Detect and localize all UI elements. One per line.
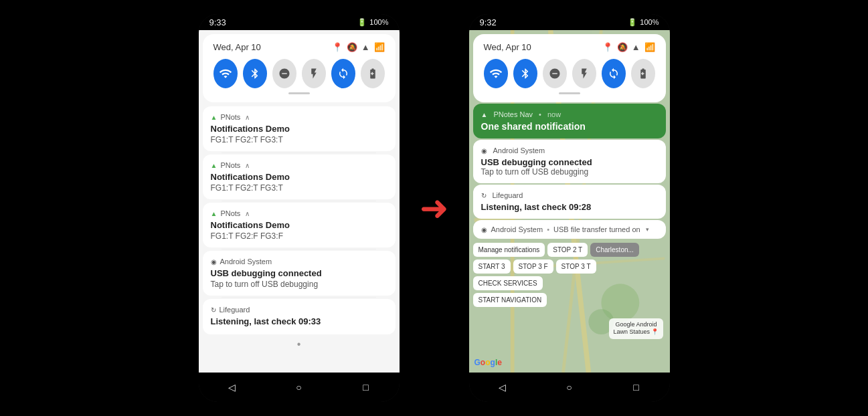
notif-header-usb: ◉ Android System: [211, 257, 387, 266]
chevron-3: ∧: [245, 210, 250, 217]
left-date: Wed, Apr 10: [213, 42, 261, 52]
map-buttons-row0: Manage notifications STOP 2 T Charleston…: [473, 243, 666, 257]
android-system-app-right: Android System: [493, 146, 545, 154]
r-signal-icon: 📶: [644, 42, 655, 52]
right-battery-pct: 100%: [640, 18, 659, 26]
lifeguard-icon-right: ↻: [481, 192, 487, 199]
flashlight-tile[interactable]: [302, 59, 326, 88]
android-icon-left: ◉: [211, 258, 217, 266]
notif-card-3[interactable]: ▲ PNots ∧ Notifications Demo FG1:T FG2:F…: [203, 203, 396, 247]
notif-header-3: ▲ PNots ∧: [211, 209, 387, 217]
notif-header-lifeguard-left: ↻ Lifeguard: [211, 306, 387, 314]
stop-3-f-btn[interactable]: STOP 3 F: [513, 259, 553, 274]
android-footer-icon: ◉: [481, 226, 487, 233]
r-mute-icon: 🔕: [617, 42, 628, 52]
right-nav-bar: ◁ ○ □: [469, 373, 670, 402]
notif-app-3: PNots: [220, 209, 240, 217]
left-time: 9:33: [209, 17, 226, 27]
android-icon-right: ◉: [481, 147, 487, 154]
lifeguard-header-right: ↻ Lifeguard: [481, 191, 658, 199]
notif-title-3: Notifications Demo: [211, 220, 387, 230]
wifi-status-icon: ▲: [361, 42, 370, 52]
start-3-btn[interactable]: START 3: [473, 259, 511, 274]
handle-bar-right: [559, 92, 580, 94]
r-wifi-tile[interactable]: [484, 59, 508, 88]
android-system-notif-right[interactable]: ◉ Android System USB debugging connected…: [473, 140, 666, 183]
notif-app-1: PNots: [220, 113, 240, 121]
dropdown-chevron[interactable]: ▾: [646, 226, 649, 233]
divider-4: [222, 297, 375, 298]
battery-saver-tile[interactable]: [361, 59, 385, 88]
left-battery-pct: 100%: [369, 18, 388, 26]
pnotes-nav-icon: ▲: [481, 111, 488, 118]
map-buttons-row2: CHECK SERVICES: [473, 276, 666, 290]
notif-card-usb[interactable]: ◉ Android System USB debugging connected…: [203, 251, 396, 296]
notif-body-2: FG1:T FG2:T FG3:T: [211, 183, 387, 193]
pnots-icon-3: ▲: [211, 210, 218, 217]
lifeguard-notif-right[interactable]: ↻ Lifeguard Listening, last check 09:28: [473, 185, 666, 219]
r-flashlight-tile[interactable]: [572, 59, 596, 88]
stop-3-t-btn[interactable]: STOP 3 T: [556, 259, 596, 274]
right-date-icons: 📍 🔕 ▲ 📶: [602, 42, 655, 52]
right-arrow-icon: ➜: [420, 191, 449, 225]
pnots-icon-1: ▲: [211, 114, 218, 121]
more-dot: •: [203, 336, 396, 353]
location-icon: 📍: [332, 42, 343, 52]
notif-card-1[interactable]: ▲ PNots ∧ Notifications Demo FG1:T FG2:T…: [203, 106, 396, 151]
home-button-right[interactable]: ○: [559, 377, 580, 398]
map-buttons-row3: START NAVIGATION: [473, 293, 666, 307]
check-services-btn[interactable]: CHECK SERVICES: [473, 276, 543, 290]
lifeguard-title-right: Listening, last check 09:28: [481, 202, 658, 212]
notif-header-2: ▲ PNots ∧: [211, 161, 387, 169]
right-status-bar: 9:32 🔋 100%: [469, 14, 670, 30]
notif-body-3: FG1:T FG2:F FG3:F: [211, 231, 387, 241]
right-content-area: Google Google AndroidLawn Statues 📍 Wed,…: [469, 30, 670, 373]
manage-notifications-btn[interactable]: Manage notifications: [473, 243, 545, 257]
left-battery-icon: 🔋: [357, 18, 367, 27]
r-sync-tile[interactable]: [602, 59, 626, 88]
notif-header-1: ▲ PNots ∧: [211, 113, 387, 121]
pnotes-nav-app: PNotes Nav: [493, 110, 533, 118]
right-status-icons: 🔋 100%: [628, 18, 659, 27]
android-footer-app: Android System: [491, 225, 543, 233]
google-logo: Google: [474, 358, 502, 367]
left-status-bar: 9:33 🔋 100%: [199, 14, 400, 30]
usb-file-transfer-footer[interactable]: ◉ Android System • USB file transfer tur…: [473, 220, 666, 239]
notif-app-usb: Android System: [220, 257, 272, 266]
map-buttons-row1: START 3 STOP 3 F STOP 3 T: [473, 259, 666, 274]
home-button-left[interactable]: ○: [288, 377, 310, 398]
bluetooth-tile[interactable]: [243, 59, 267, 88]
usb-file-transfer-text: USB file transfer turned on: [553, 225, 640, 233]
right-quick-tiles: [484, 59, 655, 88]
r-dnd-tile[interactable]: [543, 59, 567, 88]
start-navigation-btn[interactable]: START NAVIGATION: [473, 293, 547, 307]
right-notification-overlay: Wed, Apr 10 📍 🔕 ▲ 📶: [469, 30, 670, 307]
notif-body-usb: Tap to turn off USB debugging: [211, 280, 387, 289]
wifi-tile[interactable]: [213, 59, 238, 88]
right-battery-icon: 🔋: [628, 18, 637, 27]
recents-button-left[interactable]: □: [355, 377, 377, 398]
r-bluetooth-tile[interactable]: [513, 59, 537, 88]
stop-2-t-btn[interactable]: STOP 2 T: [547, 243, 588, 257]
dnd-tile[interactable]: [272, 59, 296, 88]
r-battery-saver-tile[interactable]: [631, 59, 655, 88]
notif-card-lifeguard-left[interactable]: ↻ Lifeguard Listening, last check 09:33: [203, 299, 396, 334]
lifeguard-icon-left: ↻: [211, 306, 216, 314]
back-button-left[interactable]: ◁: [222, 377, 243, 398]
notif-title-usb: USB debugging connected: [211, 268, 387, 278]
r-wifi-icon: ▲: [632, 42, 640, 52]
left-quick-settings: Wed, Apr 10 📍 🔕 ▲ 📶: [203, 34, 396, 102]
notif-card-2[interactable]: ▲ PNots ∧ Notifications Demo FG1:T FG2:T…: [203, 154, 396, 199]
pnotes-green-notif[interactable]: ▲ PNotes Nav • now One shared notificati…: [473, 104, 666, 138]
handle-bar-left: [288, 92, 310, 94]
usb-title-right: USB debugging connected: [481, 157, 658, 167]
mute-icon: 🔕: [347, 42, 357, 52]
right-date: Wed, Apr 10: [484, 42, 531, 52]
sync-tile[interactable]: [331, 59, 355, 88]
charleston-btn[interactable]: Charleston...: [590, 243, 639, 257]
recents-button-right[interactable]: □: [626, 377, 647, 398]
divider-2: [222, 201, 375, 201]
back-button-right[interactable]: ◁: [492, 377, 513, 398]
usb-body-right: Tap to turn off USB debugging: [481, 167, 658, 177]
pnotes-nav-title: One shared notification: [481, 121, 658, 132]
